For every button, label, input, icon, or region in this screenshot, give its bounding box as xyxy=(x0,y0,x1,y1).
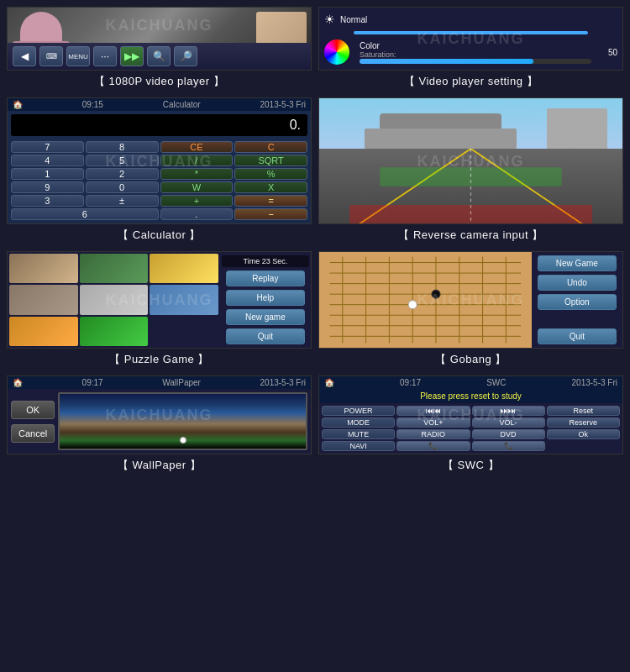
calc-btn-div[interactable]: / xyxy=(160,155,234,166)
gobang-newgame-btn[interactable]: New Game xyxy=(538,255,617,271)
calc-btn-7[interactable]: 7 xyxy=(11,141,84,153)
swc-title: SWC xyxy=(486,378,506,387)
menu-btn[interactable]: MENU xyxy=(66,46,90,66)
swc-prev-btn[interactable]: ⏮⏮ xyxy=(396,406,470,416)
puzzle-tile-4[interactable] xyxy=(9,285,78,314)
swc-time: 09:17 xyxy=(400,378,421,387)
calc-btn-9[interactable]: 9 xyxy=(11,181,84,193)
video-preview: KAICHUANG xyxy=(8,8,311,43)
calc-btn-8[interactable]: 8 xyxy=(86,141,159,153)
gobang-option-btn[interactable]: Option xyxy=(538,294,617,310)
calc-btn-1[interactable]: 1 xyxy=(11,168,84,180)
ff-btn[interactable]: ▶▶ xyxy=(120,46,144,66)
calc-btn-w[interactable]: W xyxy=(160,181,234,193)
puzzle-grid xyxy=(8,252,220,348)
wallpaper-screenshot: 🏠 09:17 WallPaper 2013-5-3 Fri OK Cancel xyxy=(7,375,312,454)
swc-phone2-btn[interactable]: 📞 xyxy=(472,441,545,451)
swc-notice: Please press reset to study xyxy=(319,389,622,403)
swc-date: 2013-5-3 Fri xyxy=(572,378,617,387)
calc-btn-plusminus[interactable]: ± xyxy=(86,195,159,207)
swc-empty xyxy=(547,441,620,451)
gobang-screenshot: New Game Undo Option Quit KAICHUANG xyxy=(318,251,623,349)
puzzle-help-btn[interactable]: Help xyxy=(226,290,305,306)
swc-mode-btn[interactable]: MODE xyxy=(322,417,395,428)
swc-phone-btn[interactable]: 📞 xyxy=(396,441,470,451)
swc-screenshot: 🏠 09:17 SWC 2013-5-3 Fri Please press re… xyxy=(318,375,623,454)
calc-time: 09:15 xyxy=(82,100,103,109)
swc-reserve-btn[interactable]: Reserve xyxy=(547,417,620,428)
home-icon-swc: 🏠 xyxy=(324,378,334,387)
swc-buttons: POWER ⏮⏮ ⏭⏭ Reset MODE VOL+ VOL- Reserve… xyxy=(319,403,622,454)
calc-btn-c[interactable]: C xyxy=(234,141,307,153)
calc-btn-4[interactable]: 4 xyxy=(11,155,84,166)
swc-dvd-btn[interactable]: DVD xyxy=(472,429,545,439)
swc-next-btn[interactable]: ⏭⏭ xyxy=(472,406,545,416)
prev-btn[interactable]: ◀ xyxy=(13,46,36,66)
swc-reset-btn[interactable]: Reset xyxy=(547,406,620,416)
calc-btn-ce[interactable]: CE xyxy=(160,141,234,153)
calc-btn-0[interactable]: 0 xyxy=(86,181,159,193)
reverse-camera-screenshot: KAICHUANG xyxy=(318,97,623,224)
swc-voldown-btn[interactable]: VOL- xyxy=(472,417,545,428)
calc-btn-6[interactable]: 6 xyxy=(11,208,159,220)
wallpaper-preview xyxy=(58,392,307,450)
video-setting-screenshot: ☀ Normal Color Saturation: xyxy=(318,7,623,71)
puzzle-time: Time 23 Sec. xyxy=(222,255,309,267)
wallpaper-header: 🏠 09:17 WallPaper 2013-5-3 Fri xyxy=(8,376,311,389)
home-icon: 🏠 xyxy=(13,100,23,109)
calc-btn-x[interactable]: X xyxy=(234,181,307,193)
more-btn[interactable]: ··· xyxy=(93,46,117,66)
color-label: Color xyxy=(360,41,591,50)
calc-title: Calculator xyxy=(163,100,201,109)
cell-calculator: 🏠 09:15 Calculator 2013-5-3 Fri 0. 7 8 C… xyxy=(7,97,312,244)
wallpaper-date: 2013-5-3 Fri xyxy=(260,378,306,387)
color-row: Color Saturation: 50 xyxy=(324,39,617,65)
calc-btn-pct[interactable]: % xyxy=(234,168,307,180)
search-btn[interactable]: 🔍 xyxy=(147,46,171,66)
keyboard-btn[interactable]: ⌨ xyxy=(39,46,63,66)
puzzle-newgame-btn[interactable]: New game xyxy=(226,309,305,325)
puzzle-tile-6[interactable] xyxy=(150,285,218,314)
zoom-btn[interactable]: 🔎 xyxy=(174,46,197,66)
puzzle-tile-empty[interactable] xyxy=(150,317,218,346)
brightness-row: ☀ Normal xyxy=(324,13,617,26)
gobang-board[interactable] xyxy=(319,252,532,348)
calc-btn-plus[interactable]: + xyxy=(160,195,234,207)
calc-date: 2013-5-3 Fri xyxy=(260,100,306,109)
saturation-bar xyxy=(360,59,591,64)
gobang-quit-btn[interactable]: Quit xyxy=(538,328,617,344)
calc-btn-minus[interactable]: − xyxy=(234,208,307,220)
swc-volup-btn[interactable]: VOL+ xyxy=(396,417,470,428)
calc-btn-5[interactable]: 5 xyxy=(86,155,159,166)
swc-ok-btn[interactable]: Ok xyxy=(547,429,620,439)
puzzle-quit-btn[interactable]: Quit xyxy=(226,328,305,344)
gobang-caption: 【 Gobang 】 xyxy=(435,349,507,369)
swc-mute-btn[interactable]: MUTE xyxy=(322,429,395,439)
puzzle-tile-8[interactable] xyxy=(80,317,149,346)
calc-btn-3[interactable]: 3 xyxy=(11,195,84,207)
puzzle-tile-2[interactable] xyxy=(80,254,149,283)
calc-btn-sqrt[interactable]: SQRT xyxy=(234,155,307,166)
wallpaper-selector-dot[interactable] xyxy=(180,437,186,444)
puzzle-tile-5[interactable] xyxy=(80,285,149,314)
wallpaper-cancel-btn[interactable]: Cancel xyxy=(11,424,55,443)
video-setting-caption: 【 Video player setting 】 xyxy=(404,71,538,91)
puzzle-tile-7[interactable] xyxy=(9,317,78,346)
swc-radio-btn[interactable]: RADIO xyxy=(396,429,470,439)
swc-navi-btn[interactable]: NAVI xyxy=(322,441,395,451)
calc-btn-dot[interactable]: . xyxy=(160,208,234,220)
puzzle-tile-3[interactable] xyxy=(150,254,218,283)
calculator-screenshot: 🏠 09:15 Calculator 2013-5-3 Fri 0. 7 8 C… xyxy=(7,97,312,224)
calc-btn-2[interactable]: 2 xyxy=(86,168,159,180)
calc-btn-mul[interactable]: * xyxy=(160,168,234,180)
gobang-undo-btn[interactable]: Undo xyxy=(538,275,617,291)
swc-power-btn[interactable]: POWER xyxy=(322,406,395,416)
brightness-icon: ☀ xyxy=(324,13,335,26)
calc-btn-eq[interactable]: = xyxy=(234,195,307,207)
puzzle-replay-btn[interactable]: Replay xyxy=(226,270,305,286)
puzzle-tile-1[interactable] xyxy=(9,254,78,283)
wallpaper-ok-btn[interactable]: OK xyxy=(11,401,55,419)
reverse-guidelines xyxy=(319,149,622,223)
wallpaper-time: 09:17 xyxy=(82,378,103,387)
color-wheel-icon xyxy=(324,39,349,65)
